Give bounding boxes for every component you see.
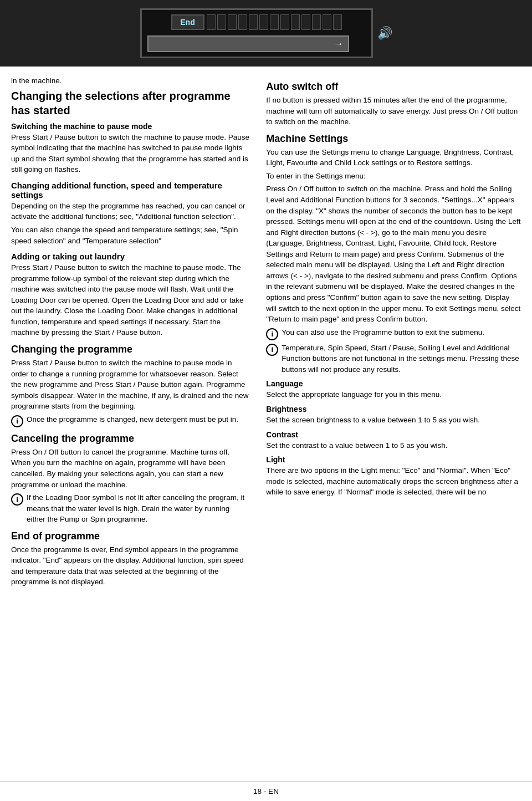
para-speed-temp: You can also change the speed and temper… <box>11 225 249 246</box>
info-text-loading-door: If the Loading Door symbol is not lit af… <box>27 492 249 525</box>
info-icon-buttons-not-functional: i <box>266 344 278 356</box>
heading-adding-laundry: Adding or taking out laundry <box>11 252 249 261</box>
para-pause-mode: Press Start / Pause button to switch the… <box>11 132 249 175</box>
info-text-detergent: Once the programme is changed, new deter… <box>27 414 238 425</box>
display-speaker-icon: 🔊 <box>377 26 392 40</box>
para-settings-detail: Press On / Off button to switch on the m… <box>266 183 521 324</box>
display-arrow-icon: → <box>334 38 344 50</box>
page-footer: 18 - EN <box>0 781 532 801</box>
heading-additional-function: Changing additional function, speed and … <box>11 181 249 200</box>
top-image-area: End <box>0 0 532 67</box>
heading-changing-programme: Changing the programme <box>11 344 249 355</box>
subheading-brightness: Brightness <box>266 405 521 414</box>
para-auto-switch: If no button is pressed within 15 minute… <box>266 95 521 127</box>
heading-auto-switch: Auto switch off <box>266 81 521 93</box>
info-block-loading-door: i If the Loading Door symbol is not lit … <box>11 492 249 525</box>
heading-end-programme: End of programme <box>11 530 249 542</box>
subheading-light: Light <box>266 455 521 464</box>
subheading-language: Language <box>266 379 521 388</box>
heading-machine-settings: Machine Settings <box>266 133 521 145</box>
display-screen: End <box>140 8 373 58</box>
left-column: in the machine. Changing the selections … <box>11 75 260 772</box>
para-additional-function: Depending on the step the programme has … <box>11 201 249 222</box>
info-icon-detergent: i <box>11 415 23 427</box>
page-number: 18 - EN <box>253 787 279 795</box>
intro-line: in the machine. <box>11 75 249 86</box>
heading-changing-selections: Changing the selections after programme … <box>11 89 249 118</box>
para-contrast: Set the contrast to a value between 1 to… <box>266 440 521 451</box>
info-text-programme-button: You can also use the Programme button to… <box>282 327 484 338</box>
para-settings-enter: To enter in the Settings menu: <box>266 171 521 182</box>
info-block-programme-button: i You can also use the Programme button … <box>266 327 521 340</box>
info-block-detergent: i Once the programme is changed, new det… <box>11 414 249 427</box>
para-changing-programme: Press Start / Pause button to switch the… <box>11 358 249 412</box>
para-end-programme: Once the programme is over, End symbol a… <box>11 544 249 588</box>
heading-canceling: Canceling the programme <box>11 433 249 445</box>
info-text-buttons-not-functional: Temperature, Spin Speed, Start / Pause, … <box>282 343 521 375</box>
content-area: in the machine. Changing the selections … <box>0 67 532 781</box>
page: End <box>0 0 532 801</box>
para-language: Select the appropriate language for you … <box>266 389 521 400</box>
para-brightness: Set the screen brightness to a value bet… <box>266 415 521 426</box>
info-icon-loading-door: i <box>11 493 23 506</box>
para-light: There are two options in the Light menu:… <box>266 465 521 498</box>
para-settings-intro: You can use the Settings menu to change … <box>266 147 521 169</box>
para-canceling: Press On / Off button to cancel the prog… <box>11 447 249 490</box>
right-column: Auto switch off If no button is pressed … <box>260 75 521 772</box>
info-block-buttons-not-functional: i Temperature, Spin Speed, Start / Pause… <box>266 343 521 375</box>
subheading-pause-mode: Switching the machine to pause mode <box>11 122 249 131</box>
subheading-contrast: Contrast <box>266 430 521 439</box>
info-icon-programme-button: i <box>266 328 278 340</box>
para-adding-laundry: Press Start / Pause button to switch the… <box>11 262 249 338</box>
display-top-text: End <box>180 18 195 27</box>
